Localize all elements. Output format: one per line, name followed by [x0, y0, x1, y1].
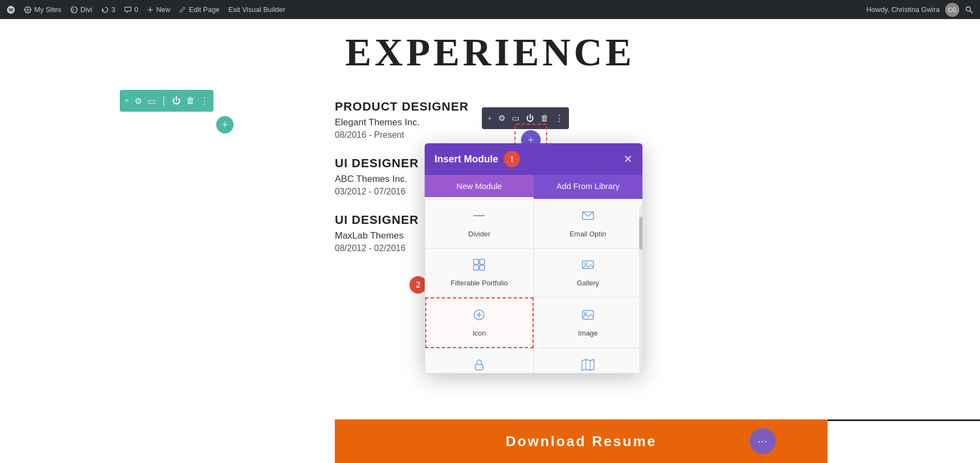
job-company-1: Elegant Themes Inc.	[335, 117, 531, 128]
page-content: EXPERIENCE + ⚙ ▭ ⌠ ⏻ 🗑 ⋮ + + ⚙ ▭ ⏻ 🗑 ⋮ +…	[0, 19, 980, 463]
job-dates-1: 08/2016 - Present	[335, 130, 531, 140]
updates-count[interactable]: 3	[101, 5, 115, 14]
admin-bar: W My Sites D Divi 3 0 New Edit Page Exit…	[0, 0, 980, 19]
module-item-login[interactable]: Login	[425, 349, 534, 373]
spinner-dots: ⋯	[757, 435, 768, 447]
filterable-portfolio-icon	[473, 258, 486, 275]
row-delete-icon[interactable]: 🗑	[186, 96, 195, 106]
module-item-filterable-portfolio[interactable]: Filterable Portfolio	[425, 248, 534, 297]
svg-rect-25	[475, 364, 483, 370]
divider-icon	[473, 209, 486, 226]
svg-text:D: D	[72, 8, 75, 11]
avatar[interactable]: CG	[945, 3, 959, 17]
image-icon	[581, 308, 595, 325]
col-delete-icon[interactable]: 🗑	[541, 114, 549, 123]
comments-count[interactable]: 0	[124, 5, 138, 14]
search-icon[interactable]	[965, 5, 973, 14]
svg-rect-14	[474, 259, 479, 264]
map-icon	[581, 358, 595, 373]
filterable-portfolio-label: Filterable Portfolio	[451, 279, 508, 287]
new-menu[interactable]: New	[147, 5, 170, 14]
job-title-1: PRODUCT DESIGNER	[335, 100, 531, 114]
svg-text:W: W	[9, 7, 14, 13]
divider-label: Divider	[468, 230, 490, 238]
gallery-icon	[581, 258, 595, 275]
row-disable-icon[interactable]: ⏻	[172, 96, 181, 106]
svg-rect-17	[480, 265, 485, 270]
row-columns-icon[interactable]: ⌠	[161, 96, 167, 106]
icon-module-icon	[473, 308, 486, 325]
divi-menu[interactable]: D Divi	[70, 5, 93, 14]
page-title: EXPERIENCE	[0, 19, 980, 75]
module-item-divider[interactable]: Divider	[425, 199, 534, 248]
edit-page-btn[interactable]: Edit Page	[179, 5, 219, 14]
panel-title-row: Insert Module 1	[434, 151, 520, 167]
panel-header: Insert Module 1 ✕	[425, 143, 642, 175]
greeting-text: Howdy, Christina Gwira	[866, 5, 940, 14]
add-row-button[interactable]: +	[216, 116, 234, 133]
svg-rect-16	[474, 265, 479, 270]
row-more-icon[interactable]: ⋮	[200, 96, 209, 106]
svg-rect-15	[480, 259, 485, 264]
bottom-line	[828, 419, 980, 463]
admin-bar-right: Howdy, Christina Gwira CG	[866, 3, 973, 17]
svg-point-19	[585, 263, 587, 265]
row-duplicate-icon[interactable]: ▭	[148, 96, 156, 106]
exit-builder-btn[interactable]: Exit Visual Builder	[228, 5, 285, 14]
module-item-image[interactable]: Image	[534, 297, 642, 348]
svg-point-24	[584, 312, 586, 314]
svg-marker-26	[582, 360, 594, 370]
my-sites-menu[interactable]: My Sites	[24, 5, 62, 14]
row-settings-icon[interactable]: ⚙	[134, 96, 142, 106]
row-toolbar: + ⚙ ▭ ⌠ ⏻ 🗑 ⋮	[120, 90, 213, 112]
panel-close-button[interactable]: ✕	[623, 153, 633, 166]
col-more-icon[interactable]: ⋮	[555, 113, 564, 123]
module-item-icon[interactable]: Icon	[425, 297, 534, 348]
module-item-email-optin[interactable]: Email Optin	[534, 199, 642, 248]
panel-badge: 1	[504, 151, 520, 167]
svg-line-11	[970, 10, 973, 13]
row-add-icon[interactable]: +	[124, 96, 129, 106]
module-grid: Divider Email Optin	[425, 199, 642, 373]
email-optin-label: Email Optin	[569, 230, 606, 238]
module-item-gallery[interactable]: Gallery	[534, 248, 642, 297]
gallery-label: Gallery	[577, 279, 599, 287]
svg-point-10	[966, 7, 970, 11]
wp-icon[interactable]: W	[7, 5, 15, 14]
loading-spinner: ⋯	[750, 428, 776, 454]
panel-title: Insert Module	[434, 154, 498, 165]
tab-add-from-library[interactable]: Add From Library	[534, 175, 642, 199]
tab-new-module[interactable]: New Module	[425, 175, 534, 199]
panel-tabs: New Module Add From Library	[425, 175, 642, 199]
email-optin-icon	[581, 209, 595, 226]
download-button-area[interactable]: Download Resume ⋯	[335, 419, 828, 463]
download-button-text: Download Resume	[506, 433, 657, 450]
login-icon	[473, 358, 486, 373]
module-item-map[interactable]: Map	[534, 349, 642, 373]
image-label: Image	[578, 329, 598, 337]
svg-rect-23	[583, 310, 593, 319]
insert-module-panel: Insert Module 1 ✕ New Module Add From Li…	[425, 143, 642, 373]
icon-module-label: Icon	[473, 329, 486, 337]
